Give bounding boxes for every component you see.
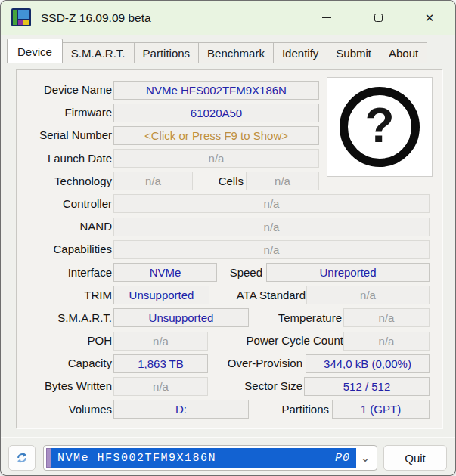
serial-number-value[interactable]: <Click or Press F9 to Show> bbox=[113, 126, 319, 145]
device-name-label: Device Name bbox=[17, 79, 112, 101]
ata-standard-label: ATA Standard bbox=[213, 284, 306, 307]
device-selector-badge: P0 bbox=[335, 452, 350, 465]
maximize-button[interactable] bbox=[352, 1, 404, 35]
field-row-interface: Interface NVMe Speed Unreported bbox=[17, 261, 442, 284]
speed-value: Unreported bbox=[266, 263, 430, 282]
firmware-value: 61020A50 bbox=[113, 104, 319, 122]
tab-about[interactable]: About bbox=[380, 42, 427, 63]
volumes-label: Volumes bbox=[17, 398, 112, 421]
chevron-down-icon[interactable]: ⌄ bbox=[356, 448, 374, 468]
refresh-icon bbox=[15, 451, 29, 465]
refresh-button[interactable] bbox=[8, 445, 36, 471]
question-mark-icon: ? bbox=[340, 87, 420, 167]
firmware-label: Firmware bbox=[17, 101, 112, 124]
partitions-value: 1 (GPT) bbox=[332, 400, 430, 419]
sector-size-value: 512 / 512 bbox=[304, 377, 430, 396]
over-provision-value: 344,0 kB (0,00%) bbox=[306, 354, 430, 373]
titlebar: SSD-Z 16.09.09 beta ✕ bbox=[1, 1, 455, 35]
tab-submit[interactable]: Submit bbox=[327, 42, 380, 63]
quit-button-label: Quit bbox=[405, 452, 426, 465]
temperature-value: n/a bbox=[343, 308, 430, 327]
volumes-value: D: bbox=[113, 400, 249, 419]
poh-label: POH bbox=[17, 329, 112, 352]
field-row-bytes-written: Bytes Written n/a Sector Size 512 / 512 bbox=[17, 375, 442, 397]
window-controls: ✕ bbox=[301, 1, 455, 35]
sector-size-label: Sector Size bbox=[227, 375, 302, 397]
footer-separator bbox=[1, 437, 455, 438]
field-row-capacity: Capacity 1,863 TB Over-Provision 344,0 k… bbox=[17, 352, 442, 375]
device-selector-selection: NVMe HFS002TFM9X186N P0 bbox=[51, 448, 356, 468]
partitions-label: Partitions bbox=[253, 398, 329, 421]
device-info-panel: Device Name NVMe HFS002TFM9X186N Firmwar… bbox=[16, 69, 442, 428]
launch-date-label: Launch Date bbox=[17, 147, 112, 170]
app-window: SSD-Z 16.09.09 beta ✕ Device S.M.A.R.T. … bbox=[0, 0, 456, 476]
device-image-placeholder: ? bbox=[327, 77, 433, 177]
field-row-capabilities: Capabilities n/a bbox=[17, 238, 442, 261]
nand-value: n/a bbox=[113, 218, 430, 236]
device-name-value: NVMe HFS002TFM9X186N bbox=[113, 81, 319, 100]
window-title: SSD-Z 16.09.09 beta bbox=[41, 1, 151, 35]
field-row-volumes: Volumes D: Partitions 1 (GPT) bbox=[17, 398, 442, 421]
bytes-written-value: n/a bbox=[113, 377, 208, 396]
poh-value: n/a bbox=[113, 332, 208, 351]
minimize-button[interactable] bbox=[301, 1, 352, 35]
capacity-value: 1,863 TB bbox=[113, 354, 208, 373]
trim-label: TRIM bbox=[17, 284, 112, 307]
device-color-strip bbox=[46, 448, 51, 468]
field-row-smart: S.M.A.R.T. Unsupported Temperature n/a bbox=[17, 307, 442, 329]
interface-label: Interface bbox=[17, 261, 112, 284]
tab-benchmark[interactable]: Benchmark bbox=[199, 42, 274, 63]
capabilities-label: Capabilities bbox=[17, 238, 112, 261]
smart-label: S.M.A.R.T. bbox=[17, 307, 112, 329]
trim-value: Unsupported bbox=[113, 286, 209, 304]
power-cycle-count-value: n/a bbox=[343, 332, 430, 351]
capabilities-value: n/a bbox=[113, 240, 430, 259]
speed-label: Speed bbox=[202, 261, 262, 284]
tab-smart[interactable]: S.M.A.R.T. bbox=[63, 42, 135, 63]
field-row-nand: NAND n/a bbox=[17, 215, 442, 238]
field-row-controller: Controller n/a bbox=[17, 193, 442, 215]
app-icon bbox=[11, 8, 31, 26]
ata-standard-value: n/a bbox=[306, 286, 430, 304]
field-row-poh: POH n/a Power Cycle Count n/a bbox=[17, 329, 442, 352]
tab-identify[interactable]: Identify bbox=[274, 42, 327, 63]
smart-value: Unsupported bbox=[113, 308, 249, 327]
tab-partitions[interactable]: Partitions bbox=[135, 42, 200, 63]
controller-label: Controller bbox=[17, 193, 112, 215]
capacity-label: Capacity bbox=[17, 352, 112, 375]
cells-label: Cells bbox=[191, 170, 244, 193]
power-cycle-count-label: Power Cycle Count bbox=[230, 329, 343, 352]
bytes-written-label: Bytes Written bbox=[17, 375, 112, 397]
question-mark-glyph: ? bbox=[364, 101, 394, 150]
controller-value: n/a bbox=[113, 194, 430, 213]
serial-number-label: Serial Number bbox=[17, 124, 112, 147]
technology-value: n/a bbox=[113, 172, 193, 190]
nand-label: NAND bbox=[17, 215, 112, 238]
tab-device[interactable]: Device bbox=[7, 39, 63, 63]
quit-button[interactable]: Quit bbox=[383, 445, 447, 471]
technology-label: Technology bbox=[17, 170, 112, 193]
field-row-trim: TRIM Unsupported ATA Standard n/a bbox=[17, 284, 442, 307]
cells-value: n/a bbox=[246, 172, 319, 190]
maximize-icon bbox=[374, 14, 383, 22]
minimize-icon bbox=[322, 17, 331, 18]
over-provision-label: Over-Provision bbox=[212, 352, 302, 375]
close-icon: ✕ bbox=[425, 11, 435, 25]
tab-strip: Device S.M.A.R.T. Partitions Benchmark I… bbox=[7, 39, 427, 63]
device-selector-value: NVMe HFS002TFM9X186N bbox=[57, 452, 216, 465]
temperature-label: Temperature bbox=[251, 307, 342, 329]
launch-date-value: n/a bbox=[113, 149, 319, 168]
close-button[interactable]: ✕ bbox=[404, 1, 455, 35]
device-selector-combobox[interactable]: NVMe HFS002TFM9X186N P0 ⌄ bbox=[43, 445, 377, 471]
